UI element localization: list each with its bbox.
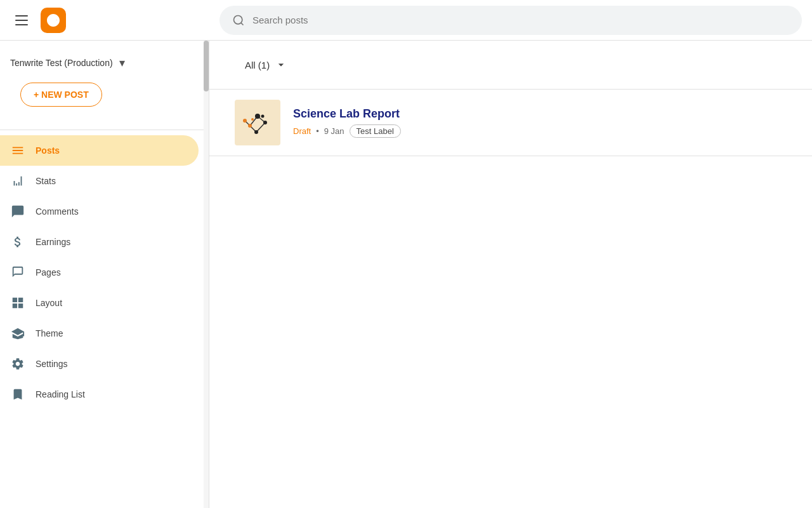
new-post-button[interactable]: + NEW POST — [20, 83, 102, 107]
earnings-icon — [10, 234, 25, 250]
sidebar-item-reading-list[interactable]: Reading List — [0, 379, 199, 410]
pages-icon — [10, 265, 25, 280]
chevron-down-icon: ▾ — [119, 56, 125, 70]
topbar — [0, 0, 812, 41]
content-area: All (1) — [209, 41, 812, 508]
comments-icon — [10, 204, 25, 219]
sidebar-item-label-settings: Settings — [36, 359, 68, 369]
hamburger-menu-button[interactable] — [10, 10, 33, 30]
post-thumbnail — [235, 100, 280, 145]
svg-rect-2 — [239, 104, 277, 142]
sidebar-divider — [0, 130, 209, 130]
post-status: Draft — [293, 126, 311, 136]
svg-point-9 — [248, 124, 252, 128]
filter-chevron-icon — [275, 58, 287, 71]
filter-dropdown[interactable]: All (1) — [235, 53, 298, 76]
sidebar-item-label-posts: Posts — [36, 145, 60, 156]
theme-icon — [10, 326, 25, 341]
sidebar-item-label-pages: Pages — [36, 267, 61, 277]
sidebar-item-comments[interactable]: Comments — [0, 196, 199, 227]
svg-point-14 — [251, 118, 254, 121]
sidebar-item-label-reading-list: Reading List — [36, 389, 85, 399]
svg-line-1 — [241, 22, 244, 25]
sidebar-item-earnings[interactable]: Earnings — [0, 227, 199, 257]
main-layout: Tenwrite Test (Production) ▾ + NEW POST … — [0, 41, 812, 508]
post-thumbnail-image — [239, 104, 277, 142]
search-bar[interactable] — [219, 6, 802, 35]
sidebar-item-stats[interactable]: Stats — [0, 166, 199, 196]
sidebar-item-label-theme: Theme — [36, 328, 63, 338]
sidebar-item-theme[interactable]: Theme — [0, 318, 199, 349]
blog-name: Tenwrite Test (Production) — [10, 58, 113, 68]
post-item[interactable]: Science Lab Report Draft • 9 Jan Test La… — [209, 89, 812, 156]
post-date: 9 Jan — [324, 126, 344, 136]
sidebar-item-label-comments: Comments — [36, 206, 79, 217]
search-icon — [232, 14, 245, 27]
post-info: Science Lab Report Draft • 9 Jan Test La… — [293, 107, 787, 138]
sidebar-item-settings[interactable]: Settings — [0, 349, 199, 379]
svg-point-11 — [254, 130, 258, 134]
sidebar-item-posts[interactable]: Posts — [0, 135, 199, 166]
search-input[interactable] — [252, 15, 789, 25]
sidebar-item-pages[interactable]: Pages — [0, 257, 199, 288]
stats-icon — [10, 173, 25, 189]
sidebar-item-layout[interactable]: Layout — [0, 288, 199, 318]
reading-list-icon — [10, 387, 25, 402]
layout-icon — [10, 295, 25, 311]
blog-selector[interactable]: Tenwrite Test (Production) ▾ — [0, 51, 209, 80]
sidebar-scrollbar-track — [204, 41, 209, 508]
svg-point-13 — [261, 115, 265, 118]
filter-row: All (1) — [209, 53, 812, 89]
sidebar-scrollbar-thumb[interactable] — [204, 41, 209, 91]
svg-point-8 — [255, 114, 260, 119]
post-title: Science Lab Report — [293, 107, 787, 121]
sidebar-item-label-earnings: Earnings — [36, 237, 70, 247]
settings-icon — [10, 356, 25, 371]
post-meta: Draft • 9 Jan Test Label — [293, 124, 787, 138]
blogger-logo — [41, 8, 66, 33]
topbar-left — [10, 8, 219, 33]
posts-icon — [10, 143, 25, 158]
svg-point-12 — [243, 119, 247, 123]
sidebar: Tenwrite Test (Production) ▾ + NEW POST … — [0, 41, 209, 508]
filter-label: All (1) — [245, 60, 270, 70]
post-label-tag[interactable]: Test Label — [350, 124, 401, 138]
sidebar-item-label-stats: Stats — [36, 176, 56, 186]
svg-point-0 — [234, 15, 242, 23]
svg-point-10 — [263, 121, 267, 124]
sidebar-item-label-layout: Layout — [36, 298, 62, 308]
new-post-label: + NEW POST — [34, 90, 89, 100]
meta-dot: • — [316, 126, 319, 136]
